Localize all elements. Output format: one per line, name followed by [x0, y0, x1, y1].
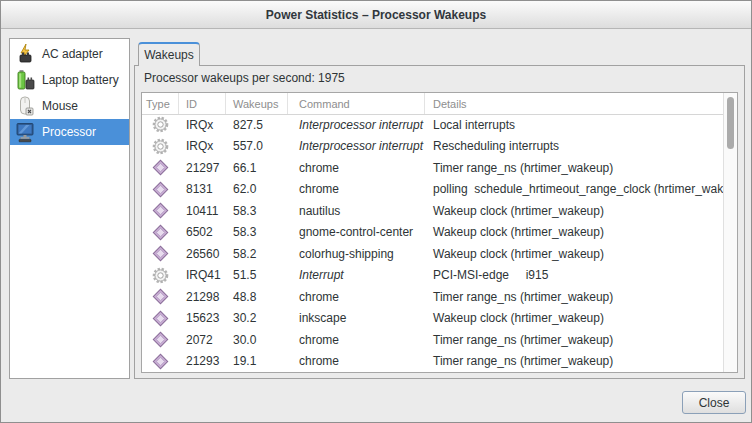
window-title: Power Statistics – Processor Wakeups: [266, 8, 486, 22]
table-row[interactable]: 2129319.1chromeTimer range_ns (hrtimer_w…: [142, 351, 723, 373]
table-row[interactable]: 2129766.1chromeTimer range_ns (hrtimer_w…: [142, 157, 723, 179]
row-id: IRQx: [179, 114, 226, 136]
row-id: 26560: [179, 243, 226, 265]
diamond-icon: [142, 179, 179, 201]
tab-wakeups[interactable]: Wakeups: [138, 42, 200, 66]
row-id: 2072: [179, 329, 226, 351]
row-details: Timer range_ns (hrtimer_wakeup): [425, 329, 723, 351]
sidebar-item-ac-adapter[interactable]: AC adapter: [10, 41, 129, 67]
row-details: Wakeup clock (hrtimer_wakeup): [425, 200, 723, 222]
row-command: chrome: [288, 351, 425, 373]
table-row[interactable]: 1562330.2inkscapeWakeup clock (hrtimer_w…: [142, 308, 723, 330]
row-command: chrome: [288, 329, 425, 351]
tab-label: Wakeups: [144, 48, 194, 62]
row-details: Timer range_ns (hrtimer_wakeup): [425, 286, 723, 308]
sidebar-item-label: AC adapter: [42, 47, 103, 61]
titlebar[interactable]: Power Statistics – Processor Wakeups: [1, 1, 751, 29]
column-header-wakeups[interactable]: Wakeups: [226, 93, 288, 114]
row-wakeups: 58.3: [226, 200, 288, 222]
row-details: Wakeup clock (hrtimer_wakeup): [425, 243, 723, 265]
close-button[interactable]: Close: [682, 391, 746, 414]
row-id: 21293: [179, 351, 226, 373]
sidebar-item-label: Processor: [42, 125, 96, 139]
table-row[interactable]: IRQx827.5Interprocessor interruptLocal i…: [142, 114, 723, 136]
row-wakeups: 557.0: [226, 136, 288, 158]
row-id: 15623: [179, 308, 226, 330]
sidebar-item-laptop-battery[interactable]: Laptop battery: [10, 67, 129, 93]
row-command: chrome: [288, 157, 425, 179]
scrollbar-thumb[interactable]: [727, 97, 734, 149]
battery-icon: [15, 69, 35, 91]
diamond-icon: [142, 286, 179, 308]
row-wakeups: 30.2: [226, 308, 288, 330]
column-header-details[interactable]: Details: [425, 93, 737, 114]
column-header-command[interactable]: Command: [288, 93, 425, 114]
row-wakeups: 66.1: [226, 157, 288, 179]
row-id: 21298: [179, 286, 226, 308]
table-header: Type ID Wakeups Command Details: [142, 93, 737, 115]
diamond-icon: [142, 351, 179, 373]
table-row[interactable]: IRQx557.0Interprocessor interruptResched…: [142, 136, 723, 158]
gear-icon: [142, 265, 179, 287]
row-command: gnome-control-center: [288, 222, 425, 244]
wakeups-table: Type ID Wakeups Command Details IRQx827.…: [141, 92, 738, 373]
row-details: Local interrupts: [425, 114, 723, 136]
row-command: Interprocessor interrupt: [288, 136, 425, 158]
row-command: chrome: [288, 286, 425, 308]
row-command: nautilus: [288, 200, 425, 222]
vertical-scrollbar[interactable]: [723, 93, 737, 372]
table-row[interactable]: 650258.3gnome-control-centerWakeup clock…: [142, 222, 723, 244]
processor-icon: [15, 121, 35, 143]
row-wakeups: 48.8: [226, 286, 288, 308]
row-command: Interprocessor interrupt: [288, 114, 425, 136]
row-command: Interrupt: [288, 265, 425, 287]
gear-icon: [142, 114, 179, 136]
row-wakeups: 827.5: [226, 114, 288, 136]
mouse-icon: [15, 95, 35, 117]
table-row[interactable]: 207230.0chromeTimer range_ns (hrtimer_wa…: [142, 329, 723, 351]
table-row[interactable]: 2656058.2colorhug-shippingWakeup clock (…: [142, 243, 723, 265]
diamond-icon: [142, 200, 179, 222]
column-header-id[interactable]: ID: [179, 93, 226, 114]
table-row[interactable]: 813162.0chromepolling schedule_hrtimeout…: [142, 179, 723, 201]
row-command: colorhug-shipping: [288, 243, 425, 265]
row-id: 6502: [179, 222, 226, 244]
row-id: 10411: [179, 200, 226, 222]
table-body: IRQx827.5Interprocessor interruptLocal i…: [142, 114, 723, 372]
row-id: 21297: [179, 157, 226, 179]
row-details: Timer range_ns (hrtimer_wakeup): [425, 157, 723, 179]
diamond-icon: [142, 222, 179, 244]
row-wakeups: 62.0: [226, 179, 288, 201]
row-wakeups: 51.5: [226, 265, 288, 287]
row-details: PCI-MSI-edge i915: [425, 265, 723, 287]
power-statistics-window: Power Statistics – Processor Wakeups AC …: [0, 0, 752, 423]
row-command: inkscape: [288, 308, 425, 330]
row-details: polling schedule_hrtimeout_range_clock (…: [425, 179, 723, 201]
row-wakeups: 58.3: [226, 222, 288, 244]
row-id: IRQx: [179, 136, 226, 158]
row-wakeups: 58.2: [226, 243, 288, 265]
diamond-icon: [142, 157, 179, 179]
row-wakeups: 19.1: [226, 351, 288, 373]
ac-adapter-icon: [15, 43, 35, 65]
sidebar-item-label: Mouse: [42, 99, 78, 113]
gear-icon: [142, 136, 179, 158]
sidebar-item-label: Laptop battery: [42, 73, 119, 87]
table-row[interactable]: 1041158.3nautilusWakeup clock (hrtimer_w…: [142, 200, 723, 222]
row-details: Wakeup clock (hrtimer_wakeup): [425, 222, 723, 244]
diamond-icon: [142, 243, 179, 265]
wakeups-summary-label: Processor wakeups per second: 1975: [144, 71, 345, 85]
row-details: Wakeup clock (hrtimer_wakeup): [425, 308, 723, 330]
row-id: 8131: [179, 179, 226, 201]
row-wakeups: 30.0: [226, 329, 288, 351]
column-header-type[interactable]: Type: [142, 93, 179, 114]
row-command: chrome: [288, 179, 425, 201]
device-list: AC adapter Laptop battery: [9, 38, 130, 379]
row-id: IRQ41: [179, 265, 226, 287]
sidebar-item-processor[interactable]: Processor: [10, 119, 129, 145]
table-row[interactable]: 2129848.8chromeTimer range_ns (hrtimer_w…: [142, 286, 723, 308]
sidebar-item-mouse[interactable]: Mouse: [10, 93, 129, 119]
diamond-icon: [142, 329, 179, 351]
row-details: Timer range_ns (hrtimer_wakeup): [425, 351, 723, 373]
table-row[interactable]: IRQ4151.5InterruptPCI-MSI-edge i915: [142, 265, 723, 287]
